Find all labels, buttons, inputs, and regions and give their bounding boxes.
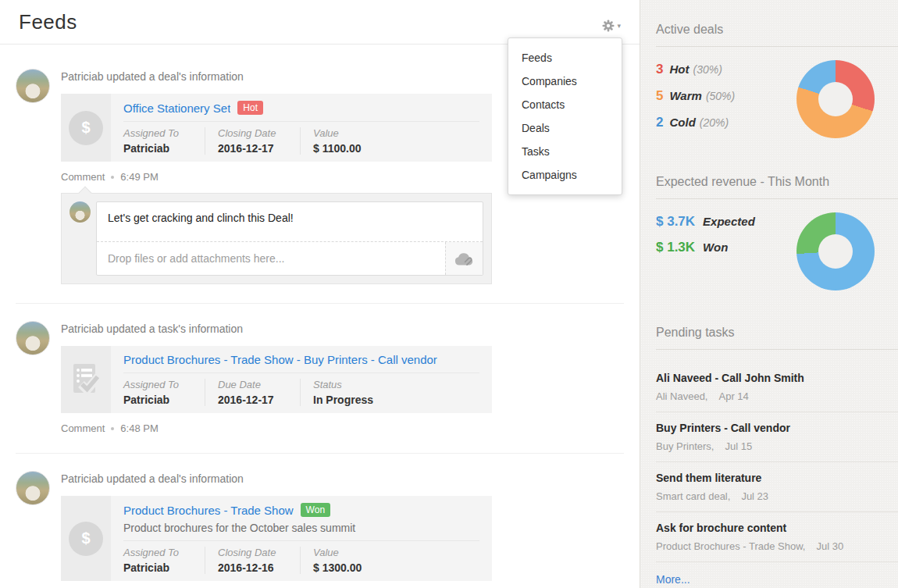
attachment-row: Drop files or add attachments here...: [97, 241, 483, 275]
feed-divider: [16, 303, 624, 304]
deal-title-row: Product Brochures - Trade Show Won: [123, 496, 479, 519]
task-fields: Assigned To Patriciab Due Date 2016-12-1…: [123, 373, 479, 413]
feed-item-deal-2: Patriciab updated a deal's information $…: [16, 471, 624, 588]
deal-card: $ Product Brochures - Trade Show Won Pro…: [61, 496, 492, 581]
comment-editor: Let's get cracking and clinch this Deal!…: [96, 201, 483, 276]
field-due-date: Due Date 2016-12-17: [205, 379, 300, 406]
task-checklist-icon: [70, 362, 102, 397]
deal-card-body: Office Stationery Set Hot Assigned To Pa…: [111, 94, 492, 162]
active-deals-title: Active deals: [656, 0, 898, 47]
avatar: [16, 471, 50, 505]
active-deals-section: 3 Hot (30%) 5 Warm (50%) 2 Cold (20%): [656, 60, 882, 141]
task-related: Smart card deal,: [656, 490, 730, 502]
deal-card-body: Product Brochures - Trade Show Won Produ…: [111, 496, 492, 581]
active-deals-donut-chart: [796, 60, 875, 138]
deal-link[interactable]: Office Stationery Set: [123, 102, 230, 115]
status-badge-hot: Hot: [237, 101, 263, 115]
deal-fields: Assigned To Patriciab Closing Date 2016-…: [123, 122, 479, 162]
menu-item-feeds[interactable]: Feeds: [508, 46, 622, 69]
comment-box-pointer: [79, 187, 92, 200]
feed-item-task: Patriciab updated a task's information: [16, 321, 624, 434]
deal-link[interactable]: Product Brochures - Trade Show: [123, 504, 294, 517]
pending-task-row[interactable]: Ali Naveed - Call John Smith Ali Naveed,…: [656, 362, 898, 412]
dashboard-sidebar: Active deals 3 Hot (30%) 5 Warm (50%) 2 …: [640, 0, 898, 588]
menu-item-deals[interactable]: Deals: [508, 116, 622, 140]
comment-input[interactable]: Let's get cracking and clinch this Deal!: [97, 202, 483, 241]
deal-fields: Assigned To Patriciab Closing Date 2016-…: [123, 541, 479, 581]
comment-row: Comment 6:48 PM: [61, 422, 624, 434]
field-closing-date: Closing Date 2016-12-16: [205, 547, 300, 574]
more-link[interactable]: More...: [656, 573, 690, 586]
task-card-body: Product Brochures - Trade Show - Buy Pri…: [111, 346, 492, 413]
deal-card: $ Office Stationery Set Hot Assigned To …: [61, 94, 492, 162]
field-assigned-to: Assigned To Patriciab: [123, 127, 205, 155]
pending-task-row[interactable]: Ask for brochure content Product Brochur…: [656, 512, 898, 562]
revenue-legend: $ 3.7K Expected $ 1.3K Won: [656, 212, 796, 290]
revenue-won-row: $ 1.3K Won: [656, 240, 796, 255]
pending-task-row[interactable]: Send them literature Smart card deal,Jul…: [656, 462, 898, 512]
feed-time: 6:48 PM: [120, 422, 158, 434]
dot-separator: [111, 176, 114, 179]
task-title-row: Product Brochures - Trade Show - Buy Pri…: [123, 346, 479, 373]
deal-description: Product brochures for the October sales …: [123, 519, 479, 541]
expected-revenue-section: $ 3.7K Expected $ 1.3K Won: [656, 212, 882, 290]
attach-file-button[interactable]: [445, 242, 483, 275]
task-date: Jul 30: [816, 540, 843, 552]
deal-title-row: Office Stationery Set Hot: [123, 94, 479, 122]
dot-separator: [111, 427, 114, 430]
feed-divider: [16, 453, 624, 454]
revenue-expected-row: $ 3.7K Expected: [656, 214, 796, 230]
deal-icon-column: $: [61, 496, 111, 581]
task-related: Product Brochures - Trade Show,: [656, 540, 805, 552]
status-badge-won: Won: [301, 503, 330, 517]
avatar: [69, 201, 91, 223]
task-icon-column: [61, 346, 111, 413]
comment-box: Let's get cracking and clinch this Deal!…: [61, 193, 492, 284]
expected-revenue-title: Expected revenue - This Month: [656, 159, 898, 199]
feed-actor-text: Patriciab updated a deal's information: [61, 471, 624, 486]
legend-item-hot: 3 Hot (30%): [656, 62, 796, 77]
deal-icon-column: $: [61, 94, 111, 162]
pending-task-row[interactable]: Buy Printers - Call vendor Buy Printers,…: [656, 412, 898, 462]
feed-actor-text: Patriciab updated a task's information: [61, 321, 624, 336]
task-link[interactable]: Product Brochures - Trade Show - Buy Pri…: [123, 353, 437, 366]
task-date: Apr 14: [718, 390, 748, 402]
feeds-panel: Feeds ▾: [0, 0, 640, 588]
comment-button[interactable]: Comment: [61, 171, 105, 183]
active-deals-legend: 3 Hot (30%) 5 Warm (50%) 2 Cold (20%): [656, 60, 796, 141]
menu-item-companies[interactable]: Companies: [508, 69, 622, 93]
task-related: Ali Naveed,: [656, 390, 707, 402]
gear-icon: [602, 20, 615, 32]
pending-tasks-list: Ali Naveed - Call John Smith Ali Naveed,…: [656, 362, 882, 586]
task-date: Jul 15: [725, 440, 752, 452]
field-assigned-to: Assigned To Patriciab: [123, 547, 205, 574]
field-assigned-to: Assigned To Patriciab: [123, 379, 205, 406]
task-date: Jul 23: [741, 490, 768, 502]
revenue-donut-chart: [796, 212, 875, 290]
menu-item-campaigns[interactable]: Campaigns: [508, 163, 622, 187]
cloud-attach-icon: [454, 251, 475, 266]
money-icon: $: [69, 111, 103, 145]
comment-button[interactable]: Comment: [61, 422, 105, 434]
avatar: [16, 321, 50, 355]
pending-tasks-title: Pending tasks: [656, 309, 898, 350]
dropzone[interactable]: Drop files or add attachments here...: [97, 242, 445, 275]
legend-item-warm: 5 Warm (50%): [656, 88, 796, 104]
feed-settings-button[interactable]: ▾: [602, 20, 621, 32]
menu-item-contacts[interactable]: Contacts: [508, 93, 622, 116]
field-value: Value $ 1100.00: [300, 127, 479, 155]
page-title: Feeds: [0, 0, 640, 34]
task-related: Buy Printers,: [656, 440, 714, 452]
menu-item-tasks[interactable]: Tasks: [508, 140, 622, 163]
field-value: Value $ 1300.00: [300, 547, 479, 574]
task-card: Product Brochures - Trade Show - Buy Pri…: [61, 346, 492, 413]
avatar: [16, 69, 50, 103]
money-icon: $: [69, 522, 103, 556]
field-closing-date: Closing Date 2016-12-17: [205, 127, 300, 155]
chevron-down-icon: ▾: [617, 23, 621, 30]
legend-item-cold: 2 Cold (20%): [656, 115, 796, 130]
field-status: Status In Progress: [300, 379, 479, 406]
feed-time: 6:49 PM: [120, 171, 158, 183]
feed-type-menu: Feeds Companies Contacts Deals Tasks Cam…: [508, 37, 622, 195]
app-window: Feeds ▾: [0, 0, 898, 588]
